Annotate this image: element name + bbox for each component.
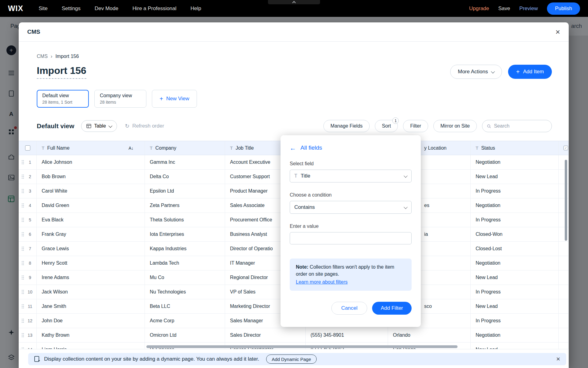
table-cell[interactable] [559,198,569,213]
table-cell[interactable] [559,155,569,169]
upgrade-link[interactable]: Upgrade [469,6,489,12]
table-cell[interactable]: Negotiation [471,198,559,213]
table-cell[interactable] [559,328,569,342]
drag-handle-icon[interactable] [21,304,24,309]
table-cell[interactable]: Carol White [37,184,145,198]
breadcrumb-cms[interactable]: CMS [37,54,48,59]
manage-fields-button[interactable]: Manage Fields [323,120,370,132]
table-cell[interactable]: New Lead [471,343,559,349]
table-cell[interactable]: Jack Wilson [37,285,145,299]
horizontal-scrollbar[interactable] [146,345,458,348]
table-cell[interactable] [559,343,569,349]
row-handle-cell[interactable]: 8 [19,256,37,270]
column-header-company[interactable]: TCompany [145,141,225,155]
table-cell[interactable] [559,213,569,227]
row-handle-cell[interactable]: 7 [19,242,37,256]
filter-button[interactable]: Filter [403,120,428,132]
table-cell[interactable]: In Progress [471,285,559,299]
table-cell[interactable]: Mu Co [145,270,225,285]
drag-handle-icon[interactable] [21,160,24,165]
publish-button[interactable]: Publish [547,2,580,15]
drag-handle-icon[interactable] [21,318,24,323]
table-cell[interactable]: Negotiation [471,155,559,169]
page-title[interactable]: Import 156 [37,65,86,79]
row-handle-cell[interactable]: 10 [19,285,37,299]
menu-hire-a-professional[interactable]: Hire a Professional [132,6,176,12]
row-handle-cell[interactable]: 1 [19,155,37,169]
table-cell[interactable] [559,270,569,285]
save-link[interactable]: Save [498,6,510,12]
table-row[interactable]: 13Kathy BrownOmicron LtdSales Director(5… [19,328,569,343]
row-handle-cell[interactable]: 5 [19,213,37,227]
cancel-button[interactable]: Cancel [331,302,367,315]
table-cell[interactable]: Zeta Partners [145,198,225,213]
search-box[interactable] [482,120,552,132]
row-handle-cell[interactable]: 12 [19,314,37,328]
add-filter-button[interactable]: Add Filter [372,302,412,315]
table-cell[interactable]: Negotiation [471,328,559,342]
column-header-c[interactable]: ✓C [559,141,569,155]
column-header-status[interactable]: TStatus [471,141,559,155]
filter-value-input[interactable] [290,232,412,244]
condition-select[interactable]: Contains [290,201,412,214]
row-handle-cell[interactable]: 13 [19,328,37,342]
add-item-button[interactable]: + Add Item [508,65,552,79]
table-cell[interactable] [559,256,569,270]
drag-handle-icon[interactable] [21,347,24,349]
row-handle-cell[interactable]: 14 [19,343,37,349]
drag-handle-icon[interactable] [21,189,24,194]
table-cell[interactable]: Orlando [388,328,471,342]
select-all-checkbox[interactable] [19,141,37,155]
table-cell[interactable]: In Progress [471,213,559,227]
close-icon[interactable]: × [556,28,560,36]
search-input[interactable] [494,123,547,129]
row-handle-cell[interactable]: 4 [19,198,37,213]
all-fields-back[interactable]: ← All fields [290,144,412,151]
row-handle-cell[interactable]: 6 [19,227,37,241]
table-cell[interactable]: In Progress [471,184,559,198]
table-cell[interactable]: Delta Co [145,170,225,184]
table-cell[interactable]: New Lead [471,299,559,313]
drag-handle-icon[interactable] [21,232,24,237]
drag-handle-icon[interactable] [21,203,24,208]
table-cell[interactable]: (555) 345-8901 [306,328,388,342]
table-cell[interactable]: Henry Scott [37,256,145,270]
table-cell[interactable]: Theta Solutions [145,213,225,227]
layout-select[interactable]: Table [81,120,117,132]
table-cell[interactable] [559,227,569,241]
table-cell[interactable]: John Doe [37,314,145,328]
drag-handle-icon[interactable] [21,174,24,179]
new-view-button[interactable]: + New View [152,90,197,108]
preview-link[interactable]: Preview [519,6,538,12]
add-dynamic-page-button[interactable]: Add Dynamic Page [266,355,316,364]
menu-settings[interactable]: Settings [62,6,81,12]
row-handle-cell[interactable]: 2 [19,170,37,184]
table-cell[interactable]: Kappa Industries [145,242,225,256]
table-cell[interactable] [559,184,569,198]
table-cell[interactable] [559,314,569,328]
field-select[interactable]: T Title [290,170,412,182]
table-cell[interactable]: Frank Gray [37,227,145,241]
mirror-on-site-button[interactable]: Mirror on Site [433,120,477,132]
table-cell[interactable]: Grace Lewis [37,242,145,256]
table-cell[interactable]: New Lead [471,270,559,285]
table-cell[interactable]: New Lead [471,170,559,184]
table-cell[interactable]: Beta LLC [145,299,225,313]
drag-handle-icon[interactable] [21,275,24,280]
table-cell[interactable] [559,285,569,299]
row-handle-cell[interactable]: 11 [19,299,37,313]
vertical-scrollbar[interactable] [565,160,567,241]
table-cell[interactable]: Bob Brown [37,170,145,184]
table-cell[interactable]: Omicron Ltd [145,328,225,342]
table-cell[interactable] [559,242,569,256]
table-cell[interactable]: Liam Harris [37,343,145,349]
row-handle-cell[interactable]: 3 [19,184,37,198]
learn-more-link[interactable]: Learn more about filters [296,278,348,286]
table-cell[interactable]: Eva Black [37,213,145,227]
tab-company-view[interactable]: Company view 28 items [94,90,146,108]
table-cell[interactable]: Epsilon Ltd [145,184,225,198]
table-cell[interactable] [559,299,569,313]
table-cell[interactable]: In Progress [471,314,559,328]
table-cell[interactable]: Closed-Lost [471,242,559,256]
drag-handle-icon[interactable] [21,289,24,294]
